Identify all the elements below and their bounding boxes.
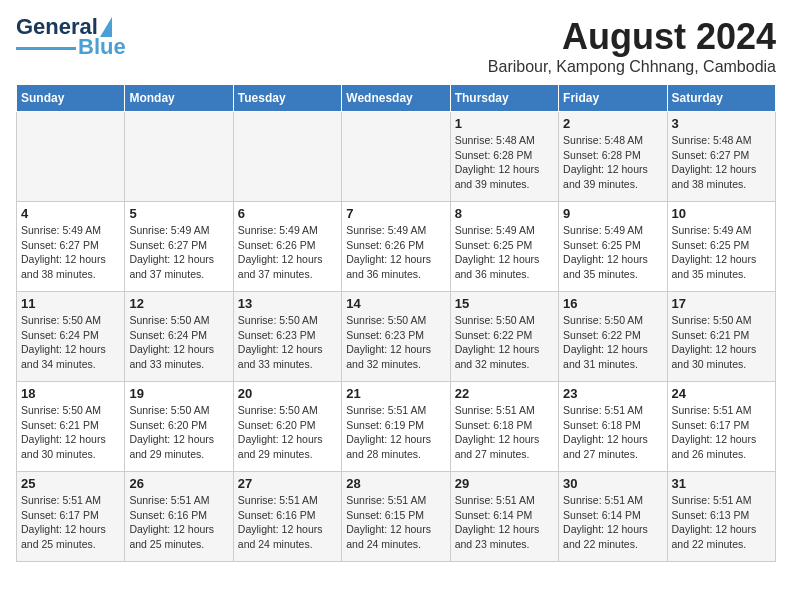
calendar-cell: 30Sunrise: 5:51 AM Sunset: 6:14 PM Dayli… bbox=[559, 472, 667, 562]
day-info: Sunrise: 5:48 AM Sunset: 6:27 PM Dayligh… bbox=[672, 133, 771, 192]
day-info: Sunrise: 5:50 AM Sunset: 6:20 PM Dayligh… bbox=[238, 403, 337, 462]
day-number: 28 bbox=[346, 476, 445, 491]
calendar-cell: 6Sunrise: 5:49 AM Sunset: 6:26 PM Daylig… bbox=[233, 202, 341, 292]
day-number: 4 bbox=[21, 206, 120, 221]
day-number: 16 bbox=[563, 296, 662, 311]
day-number: 21 bbox=[346, 386, 445, 401]
day-number: 22 bbox=[455, 386, 554, 401]
day-info: Sunrise: 5:50 AM Sunset: 6:21 PM Dayligh… bbox=[672, 313, 771, 372]
day-info: Sunrise: 5:51 AM Sunset: 6:16 PM Dayligh… bbox=[238, 493, 337, 552]
calendar-cell: 16Sunrise: 5:50 AM Sunset: 6:22 PM Dayli… bbox=[559, 292, 667, 382]
day-info: Sunrise: 5:49 AM Sunset: 6:25 PM Dayligh… bbox=[455, 223, 554, 282]
day-info: Sunrise: 5:51 AM Sunset: 6:19 PM Dayligh… bbox=[346, 403, 445, 462]
header: General Blue August 2024 Baribour, Kampo… bbox=[16, 16, 776, 76]
day-number: 7 bbox=[346, 206, 445, 221]
calendar-cell: 5Sunrise: 5:49 AM Sunset: 6:27 PM Daylig… bbox=[125, 202, 233, 292]
calendar-cell: 15Sunrise: 5:50 AM Sunset: 6:22 PM Dayli… bbox=[450, 292, 558, 382]
calendar-cell: 2Sunrise: 5:48 AM Sunset: 6:28 PM Daylig… bbox=[559, 112, 667, 202]
day-number: 13 bbox=[238, 296, 337, 311]
day-number: 26 bbox=[129, 476, 228, 491]
day-info: Sunrise: 5:50 AM Sunset: 6:24 PM Dayligh… bbox=[21, 313, 120, 372]
calendar-cell: 9Sunrise: 5:49 AM Sunset: 6:25 PM Daylig… bbox=[559, 202, 667, 292]
title-area: August 2024 Baribour, Kampong Chhnang, C… bbox=[488, 16, 776, 76]
calendar-cell: 7Sunrise: 5:49 AM Sunset: 6:26 PM Daylig… bbox=[342, 202, 450, 292]
day-number: 11 bbox=[21, 296, 120, 311]
logo-line bbox=[16, 47, 76, 50]
day-number: 10 bbox=[672, 206, 771, 221]
day-info: Sunrise: 5:49 AM Sunset: 6:27 PM Dayligh… bbox=[129, 223, 228, 282]
day-number: 19 bbox=[129, 386, 228, 401]
day-info: Sunrise: 5:51 AM Sunset: 6:13 PM Dayligh… bbox=[672, 493, 771, 552]
day-number: 27 bbox=[238, 476, 337, 491]
calendar-cell: 28Sunrise: 5:51 AM Sunset: 6:15 PM Dayli… bbox=[342, 472, 450, 562]
calendar-cell: 10Sunrise: 5:49 AM Sunset: 6:25 PM Dayli… bbox=[667, 202, 775, 292]
day-info: Sunrise: 5:51 AM Sunset: 6:17 PM Dayligh… bbox=[672, 403, 771, 462]
logo: General Blue bbox=[16, 16, 126, 58]
day-number: 18 bbox=[21, 386, 120, 401]
calendar-week-row: 18Sunrise: 5:50 AM Sunset: 6:21 PM Dayli… bbox=[17, 382, 776, 472]
day-info: Sunrise: 5:50 AM Sunset: 6:23 PM Dayligh… bbox=[238, 313, 337, 372]
calendar-cell bbox=[125, 112, 233, 202]
calendar-week-row: 11Sunrise: 5:50 AM Sunset: 6:24 PM Dayli… bbox=[17, 292, 776, 382]
calendar-cell: 8Sunrise: 5:49 AM Sunset: 6:25 PM Daylig… bbox=[450, 202, 558, 292]
day-info: Sunrise: 5:48 AM Sunset: 6:28 PM Dayligh… bbox=[563, 133, 662, 192]
day-number: 1 bbox=[455, 116, 554, 131]
day-info: Sunrise: 5:50 AM Sunset: 6:21 PM Dayligh… bbox=[21, 403, 120, 462]
calendar-cell: 23Sunrise: 5:51 AM Sunset: 6:18 PM Dayli… bbox=[559, 382, 667, 472]
calendar-cell: 14Sunrise: 5:50 AM Sunset: 6:23 PM Dayli… bbox=[342, 292, 450, 382]
day-number: 20 bbox=[238, 386, 337, 401]
calendar-cell: 13Sunrise: 5:50 AM Sunset: 6:23 PM Dayli… bbox=[233, 292, 341, 382]
day-number: 14 bbox=[346, 296, 445, 311]
calendar-header-tuesday: Tuesday bbox=[233, 85, 341, 112]
calendar-table: SundayMondayTuesdayWednesdayThursdayFrid… bbox=[16, 84, 776, 562]
day-number: 8 bbox=[455, 206, 554, 221]
calendar-week-row: 4Sunrise: 5:49 AM Sunset: 6:27 PM Daylig… bbox=[17, 202, 776, 292]
day-info: Sunrise: 5:50 AM Sunset: 6:20 PM Dayligh… bbox=[129, 403, 228, 462]
calendar-cell: 1Sunrise: 5:48 AM Sunset: 6:28 PM Daylig… bbox=[450, 112, 558, 202]
calendar-cell: 20Sunrise: 5:50 AM Sunset: 6:20 PM Dayli… bbox=[233, 382, 341, 472]
calendar-header-row: SundayMondayTuesdayWednesdayThursdayFrid… bbox=[17, 85, 776, 112]
calendar-cell: 12Sunrise: 5:50 AM Sunset: 6:24 PM Dayli… bbox=[125, 292, 233, 382]
day-number: 5 bbox=[129, 206, 228, 221]
day-info: Sunrise: 5:50 AM Sunset: 6:22 PM Dayligh… bbox=[455, 313, 554, 372]
calendar-header-thursday: Thursday bbox=[450, 85, 558, 112]
day-number: 17 bbox=[672, 296, 771, 311]
month-year-title: August 2024 bbox=[488, 16, 776, 58]
calendar-cell: 26Sunrise: 5:51 AM Sunset: 6:16 PM Dayli… bbox=[125, 472, 233, 562]
logo-text-blue: Blue bbox=[78, 36, 126, 58]
calendar-cell bbox=[342, 112, 450, 202]
calendar-cell: 3Sunrise: 5:48 AM Sunset: 6:27 PM Daylig… bbox=[667, 112, 775, 202]
day-info: Sunrise: 5:50 AM Sunset: 6:24 PM Dayligh… bbox=[129, 313, 228, 372]
day-number: 24 bbox=[672, 386, 771, 401]
day-info: Sunrise: 5:51 AM Sunset: 6:14 PM Dayligh… bbox=[455, 493, 554, 552]
calendar-cell: 17Sunrise: 5:50 AM Sunset: 6:21 PM Dayli… bbox=[667, 292, 775, 382]
day-number: 15 bbox=[455, 296, 554, 311]
day-number: 25 bbox=[21, 476, 120, 491]
calendar-week-row: 1Sunrise: 5:48 AM Sunset: 6:28 PM Daylig… bbox=[17, 112, 776, 202]
day-number: 3 bbox=[672, 116, 771, 131]
calendar-week-row: 25Sunrise: 5:51 AM Sunset: 6:17 PM Dayli… bbox=[17, 472, 776, 562]
calendar-cell: 25Sunrise: 5:51 AM Sunset: 6:17 PM Dayli… bbox=[17, 472, 125, 562]
calendar-header-sunday: Sunday bbox=[17, 85, 125, 112]
calendar-cell bbox=[233, 112, 341, 202]
day-info: Sunrise: 5:51 AM Sunset: 6:14 PM Dayligh… bbox=[563, 493, 662, 552]
calendar-cell: 24Sunrise: 5:51 AM Sunset: 6:17 PM Dayli… bbox=[667, 382, 775, 472]
day-number: 12 bbox=[129, 296, 228, 311]
day-info: Sunrise: 5:49 AM Sunset: 6:25 PM Dayligh… bbox=[672, 223, 771, 282]
calendar-cell: 11Sunrise: 5:50 AM Sunset: 6:24 PM Dayli… bbox=[17, 292, 125, 382]
day-number: 23 bbox=[563, 386, 662, 401]
calendar-cell: 22Sunrise: 5:51 AM Sunset: 6:18 PM Dayli… bbox=[450, 382, 558, 472]
day-info: Sunrise: 5:49 AM Sunset: 6:25 PM Dayligh… bbox=[563, 223, 662, 282]
calendar-cell: 21Sunrise: 5:51 AM Sunset: 6:19 PM Dayli… bbox=[342, 382, 450, 472]
day-info: Sunrise: 5:51 AM Sunset: 6:15 PM Dayligh… bbox=[346, 493, 445, 552]
calendar-cell: 29Sunrise: 5:51 AM Sunset: 6:14 PM Dayli… bbox=[450, 472, 558, 562]
day-info: Sunrise: 5:48 AM Sunset: 6:28 PM Dayligh… bbox=[455, 133, 554, 192]
day-info: Sunrise: 5:49 AM Sunset: 6:26 PM Dayligh… bbox=[346, 223, 445, 282]
day-info: Sunrise: 5:51 AM Sunset: 6:17 PM Dayligh… bbox=[21, 493, 120, 552]
day-info: Sunrise: 5:50 AM Sunset: 6:23 PM Dayligh… bbox=[346, 313, 445, 372]
day-info: Sunrise: 5:51 AM Sunset: 6:18 PM Dayligh… bbox=[455, 403, 554, 462]
day-number: 6 bbox=[238, 206, 337, 221]
day-info: Sunrise: 5:51 AM Sunset: 6:16 PM Dayligh… bbox=[129, 493, 228, 552]
calendar-cell bbox=[17, 112, 125, 202]
calendar-header-wednesday: Wednesday bbox=[342, 85, 450, 112]
